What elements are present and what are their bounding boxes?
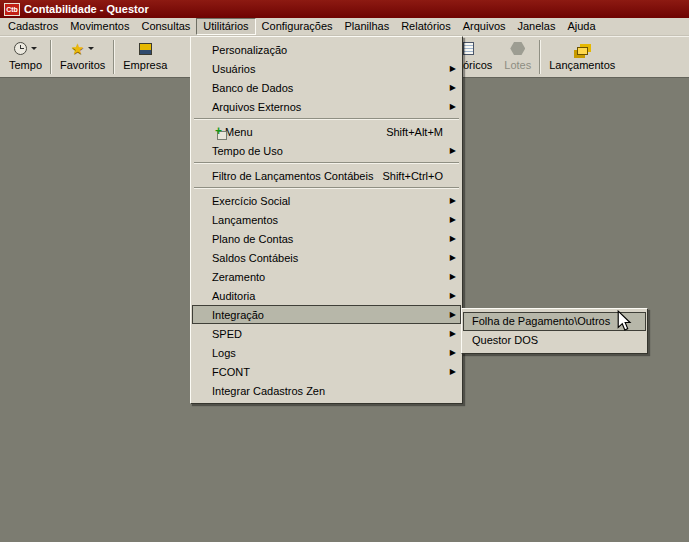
window-title: Contabilidade - Questor	[24, 3, 149, 15]
submenu-arrow-icon	[450, 267, 456, 286]
menu-item-tempo-de-uso[interactable]: Tempo de Uso	[192, 141, 461, 160]
submenu-arrow-icon	[450, 286, 456, 305]
menu-item-plano-de-contas[interactable]: Plano de Contas	[192, 229, 461, 248]
menu-separator	[194, 162, 459, 164]
star-icon	[71, 42, 84, 56]
menu-item-zeramento[interactable]: Zeramento	[192, 267, 461, 286]
menubar-item-planilhas[interactable]: Planilhas	[339, 18, 396, 35]
menubar-item-ajuda[interactable]: Ajuda	[561, 18, 601, 35]
dropdown-arrow-icon[interactable]	[31, 47, 37, 53]
menu-shortcut: Shift+Ctrl+O	[382, 170, 457, 182]
menubar-item-janelas[interactable]: Janelas	[512, 18, 562, 35]
toolbar-button-lancamentos[interactable]: Lançamentos	[543, 37, 621, 77]
submenu-arrow-icon	[450, 141, 456, 160]
clock-icon	[14, 42, 27, 55]
toolbar-right-group: Históricos Lotes Lançamentos	[438, 37, 621, 77]
menu-item-auditoria[interactable]: Auditoria	[192, 286, 461, 305]
menu-item-usuarios[interactable]: Usuários	[192, 59, 461, 78]
menubar-item-relatorios[interactable]: Relatórios	[395, 18, 457, 35]
toolbar-button-favoritos[interactable]: Favoritos	[54, 37, 111, 77]
menu-item-banco-de-dados[interactable]: Banco de Dados	[192, 78, 461, 97]
window-titlebar[interactable]: Ctb Contabilidade - Questor	[0, 0, 689, 18]
menubar-item-consultas[interactable]: Consultas	[135, 18, 196, 35]
menu-item-integrar-cadastros-zen[interactable]: Integrar Cadastros Zen	[192, 381, 461, 400]
submenu-arrow-icon	[450, 248, 456, 267]
toolbar-label-empresa: Empresa	[123, 59, 167, 71]
submenu-arrow-icon	[450, 343, 456, 362]
document-icon	[463, 42, 474, 55]
menubar: Cadastros Movimentos Consultas Utilitári…	[0, 18, 689, 36]
stack-icon	[577, 47, 588, 55]
submenu-arrow-icon	[450, 97, 456, 116]
menubar-item-arquivos[interactable]: Arquivos	[457, 18, 512, 35]
toolbar-button-tempo[interactable]: Tempo	[3, 37, 48, 77]
menubar-item-utilitarios[interactable]: Utilitários	[196, 18, 255, 35]
submenu-arrow-icon	[450, 210, 456, 229]
toolbar-label-lotes: Lotes	[504, 59, 531, 71]
submenu-arrow-icon	[450, 59, 456, 78]
submenu-arrow-icon	[450, 324, 456, 343]
toolbar-label-tempo: Tempo	[9, 59, 42, 71]
menu-separator	[194, 118, 459, 120]
menu-item-fcont[interactable]: FCONT	[192, 362, 461, 381]
toolbar-separator	[113, 40, 115, 74]
submenu-arrow-icon	[450, 229, 456, 248]
toolbar-separator	[539, 40, 541, 74]
toolbar-label-favoritos: Favoritos	[60, 59, 105, 71]
menu-item-logs[interactable]: Logs	[192, 343, 461, 362]
menu-item-integracao[interactable]: Integração	[192, 305, 461, 324]
menu-item-lancamentos[interactable]: Lançamentos	[192, 210, 461, 229]
submenu-arrow-icon	[450, 362, 456, 381]
submenu-arrow-icon	[450, 78, 456, 97]
menu-separator	[194, 187, 459, 189]
menubar-item-movimentos[interactable]: Movimentos	[64, 18, 135, 35]
menu-item-personalizacao[interactable]: Personalização	[192, 40, 461, 59]
dropdown-arrow-icon[interactable]	[88, 47, 94, 53]
menu-item-saldos-contabeis[interactable]: Saldos Contábeis	[192, 248, 461, 267]
menu-shortcut: Shift+Alt+M	[386, 126, 457, 138]
toolbar-separator	[50, 40, 52, 74]
menu-item-menu[interactable]: Menu Shift+Alt+M	[192, 122, 461, 141]
mouse-cursor	[616, 310, 632, 334]
menu-item-sped[interactable]: SPED	[192, 324, 461, 343]
menu-plus-icon	[215, 128, 228, 141]
menubar-item-configuracoes[interactable]: Configurações	[256, 18, 339, 35]
menubar-item-cadastros[interactable]: Cadastros	[2, 18, 64, 35]
app-icon: Ctb	[4, 3, 20, 16]
hexagon-icon	[510, 42, 525, 55]
submenu-arrow-icon	[450, 305, 456, 324]
utilitarios-menu: Personalização Usuários Banco de Dados A…	[190, 36, 463, 404]
company-icon	[139, 43, 152, 55]
menu-item-filtro-lancamentos[interactable]: Filtro de Lançamentos Contábeis Shift+Ct…	[192, 166, 461, 185]
toolbar-button-empresa[interactable]: Empresa	[117, 37, 173, 77]
menu-item-exercicio-social[interactable]: Exercício Social	[192, 191, 461, 210]
menu-item-arquivos-externos[interactable]: Arquivos Externos	[192, 97, 461, 116]
toolbar-button-lotes[interactable]: Lotes	[498, 37, 537, 77]
submenu-arrow-icon	[450, 191, 456, 210]
toolbar-label-lancamentos: Lançamentos	[549, 59, 615, 71]
